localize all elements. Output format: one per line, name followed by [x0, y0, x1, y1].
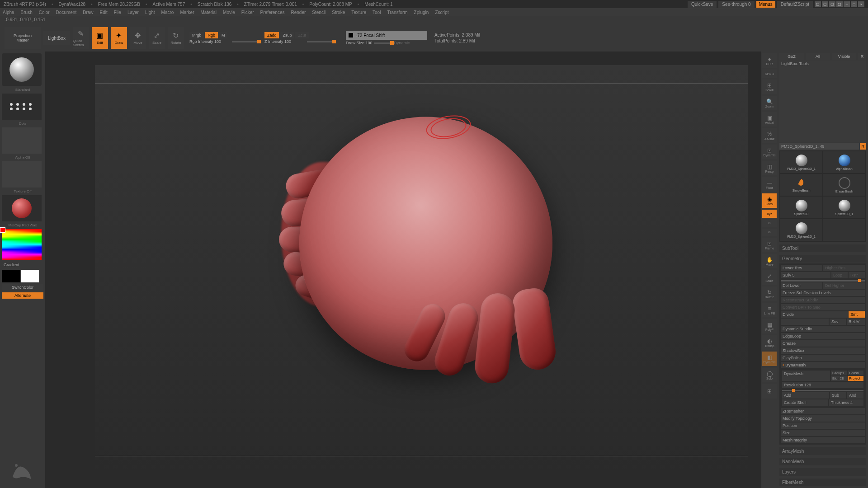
menu-material[interactable]: Material — [201, 10, 217, 15]
create-shell-button[interactable]: Create Shell — [782, 399, 828, 406]
tool-item[interactable]: PM3D_Sphere3D_1 — [780, 219, 822, 241]
m-toggle[interactable]: M — [219, 32, 228, 38]
smt-toggle[interactable]: Smt — [849, 311, 865, 318]
menu-tool[interactable]: Tool — [373, 10, 381, 15]
dynamic-subdiv-header[interactable]: Dynamic Subdiv — [781, 326, 865, 332]
suv-toggle[interactable]: Suv — [830, 319, 846, 325]
rstr-button[interactable]: Rstr — [849, 272, 865, 278]
geometry-header[interactable]: Geometry — [779, 255, 866, 263]
draw-size-label[interactable]: Draw Size 100 — [346, 41, 373, 45]
menu-light[interactable]: Light — [145, 10, 155, 15]
lower-res-button[interactable]: Lower Res — [781, 265, 822, 271]
dynamesh-header[interactable]: DynaMesh — [781, 362, 865, 368]
gradient-button[interactable]: Gradient — [2, 262, 43, 268]
xyz-button[interactable]: Xyz — [762, 210, 777, 218]
rotate-tool-button[interactable]: ↻Rotate — [762, 286, 777, 301]
viewport-model[interactable] — [277, 108, 566, 397]
arraymesh-header[interactable]: ArrayMesh — [779, 447, 866, 455]
menu-color[interactable]: Color — [39, 10, 50, 15]
meshintegrity-header[interactable]: MeshIntegrity — [781, 437, 865, 443]
del-higher-button[interactable]: Del Higher — [823, 282, 865, 289]
aahalf-button[interactable]: ½AAHalf — [762, 128, 777, 143]
rgb-intensity-label[interactable]: Rgb Intensity 100 — [189, 39, 230, 44]
groups-toggle[interactable]: Groups — [831, 371, 847, 375]
menu-marker[interactable]: Marker — [180, 10, 194, 15]
claypolish-header[interactable]: ClayPolish — [781, 355, 865, 361]
local-button[interactable]: ◉Local — [762, 193, 777, 208]
menu-picker[interactable]: Picker — [241, 10, 254, 15]
menu-zplugin[interactable]: Zplugin — [414, 10, 429, 15]
zadd-toggle[interactable]: Zadd — [264, 32, 279, 38]
close-icon[interactable]: × — [858, 1, 864, 7]
menu-alpha[interactable]: Alpha — [3, 10, 14, 15]
loop-button[interactable]: Loop — [831, 272, 848, 278]
zsub-toggle[interactable]: Zsub — [280, 32, 294, 38]
spix-button[interactable]: SPix 3 — [762, 70, 777, 78]
menu-zscript[interactable]: Zscript — [435, 10, 448, 15]
quicksave-button[interactable]: QuickSave — [688, 1, 717, 8]
secondary-color[interactable] — [2, 270, 20, 282]
switch-color-button[interactable]: SwitchColor — [2, 284, 43, 291]
menu-macro[interactable]: Macro — [161, 10, 174, 15]
rgb-toggle[interactable]: Rgb — [205, 32, 218, 38]
z-intensity-label[interactable]: Z Intensity 100 — [264, 39, 305, 44]
win-icon[interactable]: ▢ — [829, 1, 835, 7]
focal-shift-slider[interactable]: -72 Focal Shift — [346, 31, 427, 40]
menu-stencil[interactable]: Stencil — [312, 10, 326, 15]
draw-button[interactable]: ✦Draw — [111, 27, 127, 49]
higher-res-button[interactable]: Higher Res — [823, 265, 865, 271]
scroll-button[interactable]: ⊞Scroll — [762, 80, 777, 94]
canvas[interactable] — [45, 52, 761, 488]
win-icon[interactable]: ▢ — [815, 1, 821, 7]
divide-button[interactable]: Divide — [781, 311, 848, 318]
menu-edit[interactable]: Edit — [100, 10, 108, 15]
resolution-slider[interactable]: Resolution 128 — [782, 382, 863, 388]
menu-layer[interactable]: Layer — [127, 10, 139, 15]
nanomesh-header[interactable]: NanoMesh — [779, 458, 866, 465]
menu-movie[interactable]: Movie — [223, 10, 235, 15]
menu-stroke[interactable]: Stroke — [332, 10, 345, 15]
floor-button[interactable]: —Floor — [762, 177, 777, 192]
reuv-button[interactable]: ReUV — [847, 319, 865, 325]
dynamic-button[interactable]: ⊡Dynamic — [762, 145, 777, 159]
bpr-button[interactable]: ●BPR — [762, 53, 777, 68]
size-header[interactable]: Size — [781, 430, 865, 436]
zoom-button[interactable]: 🔍Zoom — [762, 96, 777, 110]
persp-button[interactable]: ◫Persp — [762, 161, 777, 175]
r-button[interactable]: R — [858, 53, 866, 60]
material-selector[interactable] — [2, 195, 42, 221]
minimize-icon[interactable]: – — [844, 1, 850, 7]
stroke-selector[interactable] — [2, 94, 42, 120]
transp-button[interactable]: ◐Transp — [762, 335, 777, 350]
dynamesh-button[interactable]: DynaMesh — [782, 371, 830, 381]
scale-tool-button[interactable]: ⤢Scale — [762, 270, 777, 285]
z-intensity-slider[interactable] — [307, 41, 334, 42]
lightbox-tools-label[interactable]: LightBox: Tools — [779, 61, 866, 142]
edgeloop-header[interactable]: EdgeLoop — [781, 333, 865, 339]
edit-button[interactable]: ▣Edit — [92, 27, 108, 49]
r-toggle[interactable]: R — [860, 143, 867, 150]
menus-button[interactable]: Menus — [756, 1, 775, 8]
polish-toggle[interactable]: Polish — [848, 371, 863, 375]
menu-document[interactable]: Document — [56, 10, 77, 15]
del-lower-button[interactable]: Del Lower — [781, 282, 822, 289]
scale-button[interactable]: ⤢Scale — [149, 27, 165, 49]
tool-item[interactable]: EraserBrush — [823, 174, 865, 196]
axis-y-button[interactable]: ⊙ — [762, 220, 777, 227]
actual-button[interactable]: ▣Actual — [762, 112, 777, 127]
goz-button[interactable]: GoZ — [779, 53, 804, 60]
rgb-intensity-slider[interactable] — [232, 41, 259, 42]
move-tool-button[interactable]: ✋Move — [762, 254, 777, 268]
primary-color[interactable] — [21, 270, 39, 282]
quick-sketch-button[interactable]: ✎Quick Sketch — [73, 27, 89, 49]
shadowbox-header[interactable]: ShadowBox — [781, 347, 865, 354]
frame-button[interactable]: ⊡Frame — [762, 238, 777, 252]
tool-item[interactable]: Sphere3D — [780, 197, 822, 218]
layers-header[interactable]: Layers — [779, 468, 866, 476]
menu-file[interactable]: File — [114, 10, 121, 15]
color-picker[interactable] — [2, 229, 42, 260]
convert-bpr-button[interactable]: Convert BPR To Geo — [781, 304, 865, 310]
linefill-button[interactable]: ≡Line Fill — [762, 303, 777, 317]
menu-draw[interactable]: Draw — [83, 10, 93, 15]
menu-texture[interactable]: Texture — [351, 10, 366, 15]
